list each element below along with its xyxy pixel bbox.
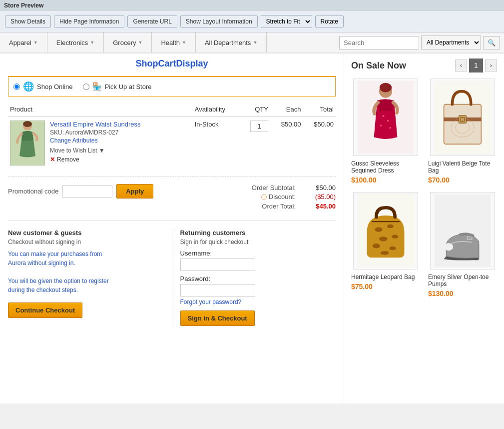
sale-header: On Sale Now ‹ 1 ›: [351, 58, 497, 72]
page-title: ShopCartDisplay: [8, 58, 336, 69]
product-card-image[interactable]: [353, 192, 418, 270]
total-value: $45.00: [306, 202, 336, 210]
product-card-image[interactable]: [430, 78, 495, 156]
shop-online-label: Shop Online: [37, 83, 73, 90]
search-dept-select[interactable]: All Departments: [421, 36, 481, 50]
product-card-name: Gusso Sleeveless Sequined Dress: [351, 160, 420, 174]
promo-label: Promotional code: [8, 188, 58, 195]
svg-point-19: [379, 236, 388, 241]
col-availability: Availability: [193, 102, 240, 116]
product-card-name: Hermitage Leopard Bag: [351, 274, 420, 280]
signin-checkout-button[interactable]: Sign in & Checkout: [180, 310, 255, 326]
promo-input[interactable]: [62, 185, 112, 198]
dress-image-svg: [356, 81, 416, 154]
change-attributes-link[interactable]: Change Attributes: [50, 137, 141, 144]
nav-tab-all-departments[interactable]: All Departments ▼: [196, 32, 267, 52]
chevron-down-icon: ▼: [90, 40, 94, 45]
product-card-name: Luigi Valenti Beige Tote Bag: [428, 160, 497, 174]
generate-url-button[interactable]: Generate URL: [127, 16, 177, 28]
product-card-image[interactable]: [430, 192, 495, 270]
products-grid: Gusso Sleeveless Sequined Dress $100.00: [351, 78, 497, 298]
show-details-button[interactable]: Show Details: [5, 16, 51, 28]
col-each: Each: [270, 102, 303, 116]
forgot-password-link[interactable]: Forgot your password?: [180, 298, 336, 306]
discount-value: ($5.00): [306, 193, 336, 201]
top-bar: Store Preview: [0, 0, 504, 11]
table-row: Versatil Empire Waist Sundress SKU: Auro…: [8, 116, 336, 170]
page-number: 1: [469, 58, 483, 72]
product-cell: Versatil Empire Waist Sundress SKU: Auro…: [8, 116, 193, 170]
password-input[interactable]: [180, 284, 255, 296]
chevron-down-icon: ▼: [99, 147, 105, 154]
returning-heading: Returning customers: [180, 229, 336, 236]
cart-table: Product Availability QTY Each Total: [8, 102, 336, 170]
chevron-down-icon: ▼: [182, 40, 186, 45]
checkout-section: New customer & guests Checkout without s…: [8, 220, 336, 326]
app-title: Store Preview: [4, 2, 43, 9]
product-sku: SKU: AuroraWMDRS-027: [50, 129, 141, 136]
stretch-select-input[interactable]: Stretch to Fit Actual Size: [261, 16, 312, 28]
col-qty: QTY: [240, 102, 270, 116]
guest-info: You can make your purchases from Aurora …: [8, 250, 164, 294]
promo-row: Promotional code Apply Order Subtotal: $…: [8, 176, 336, 218]
svg-point-18: [387, 224, 394, 228]
svg-point-27: [444, 243, 454, 250]
returning-subtext: Sign in for quick checkout: [180, 238, 336, 246]
shoe-image-svg: [433, 194, 493, 267]
product-card-name: Emery Silver Open-toe Pumps: [428, 274, 497, 288]
right-panel: On Sale Now ‹ 1 ›: [344, 54, 504, 404]
svg-point-7: [380, 124, 382, 126]
product-info: Versatil Empire Waist Sundress SKU: Auro…: [50, 120, 141, 163]
search-area: All Departments 🔍: [335, 32, 504, 52]
product-card-price: $130.00: [428, 290, 497, 298]
password-label: Password:: [180, 275, 336, 282]
username-label: Username:: [180, 250, 336, 257]
sale-title: On Sale Now: [351, 60, 406, 71]
search-input[interactable]: [339, 36, 419, 50]
prev-page-button[interactable]: ‹: [455, 60, 467, 72]
hide-page-info-button[interactable]: Hide Page Information: [54, 16, 124, 28]
next-page-button[interactable]: ›: [485, 60, 497, 72]
svg-point-4: [380, 83, 392, 92]
shop-options: 🌐 Shop Online 🏪 Pick Up at Store: [8, 76, 336, 96]
remove-link[interactable]: ✕ Remove: [50, 156, 141, 163]
nav-tab-apparel[interactable]: Apparel ▼: [0, 32, 47, 52]
toolbar: Show Details Hide Page Information Gener…: [0, 11, 504, 32]
svg-point-17: [375, 227, 382, 232]
bag1-image-svg: [433, 81, 493, 154]
apply-button[interactable]: Apply: [116, 184, 153, 198]
username-input[interactable]: [180, 258, 255, 271]
product-name-link[interactable]: Versatil Empire Waist Sundress: [50, 120, 141, 128]
search-button[interactable]: 🔍: [483, 36, 500, 50]
remove-icon: ✕: [50, 156, 55, 163]
svg-point-8: [389, 127, 391, 129]
discount-label: ⓘ Discount:: [261, 193, 296, 201]
col-total: Total: [303, 102, 336, 116]
continue-checkout-button[interactable]: Continue Checkout: [8, 302, 82, 318]
guest-heading: New customer & guests: [8, 229, 164, 236]
subtotal-value: $50.00: [306, 184, 336, 192]
chevron-down-icon: ▼: [138, 40, 142, 45]
shop-online-option[interactable]: 🌐 Shop Online: [13, 81, 73, 92]
nav-tab-health[interactable]: Health ▼: [152, 32, 196, 52]
shop-online-radio[interactable]: [13, 84, 20, 90]
svg-point-20: [392, 234, 398, 238]
chevron-down-icon: ▼: [253, 40, 257, 45]
pickup-label: Pick Up at Store: [105, 83, 152, 90]
guest-checkout: New customer & guests Checkout without s…: [8, 229, 172, 326]
discount-row: ⓘ Discount: ($5.00): [252, 193, 336, 201]
wishlist-link[interactable]: Move to Wish List ▼: [50, 147, 141, 154]
pickup-option[interactable]: 🏪 Pick Up at Store: [83, 82, 152, 91]
pickup-radio[interactable]: [83, 84, 89, 90]
show-layout-button[interactable]: Show Layout Information: [180, 16, 258, 28]
qty-input[interactable]: [250, 120, 268, 132]
nav-tab-electronics[interactable]: Electronics ▼: [47, 32, 104, 52]
chevron-down-icon: ▼: [33, 40, 38, 45]
list-item: Emery Silver Open-toe Pumps $130.00: [428, 192, 497, 298]
product-card-price: $75.00: [351, 282, 420, 290]
qty-cell: [240, 116, 270, 170]
stretch-dropdown[interactable]: Stretch to Fit Actual Size: [261, 15, 312, 28]
rotate-button[interactable]: Rotate: [315, 16, 344, 28]
product-card-image[interactable]: [353, 78, 418, 156]
nav-tab-grocery[interactable]: Grocery ▼: [104, 32, 152, 52]
